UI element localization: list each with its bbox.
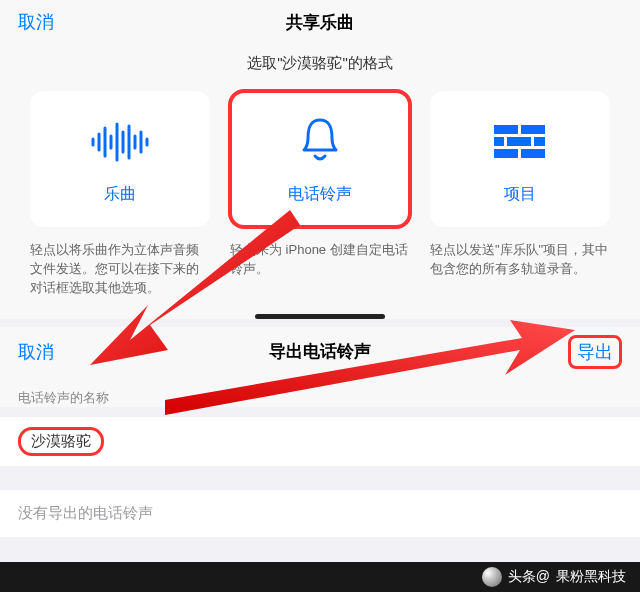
svg-rect-14 [534, 137, 545, 146]
svg-rect-10 [494, 125, 518, 134]
cancel-button-2[interactable]: 取消 [18, 340, 54, 364]
footer-logo-icon [482, 567, 502, 587]
brick-icon [494, 114, 546, 170]
svg-rect-13 [507, 137, 531, 146]
svg-rect-16 [521, 149, 545, 158]
card-project-label: 项目 [504, 184, 536, 205]
card-project[interactable]: 项目 [430, 91, 610, 227]
svg-rect-11 [521, 125, 545, 134]
share-song-panel: 取消 共享乐曲 选取"沙漠骆驼"的格式 [0, 0, 640, 319]
card-song-label: 乐曲 [104, 184, 136, 205]
bell-icon [295, 114, 345, 170]
export-ringtone-panel: 取消 导出电话铃声 导出 电话铃声的名称 沙漠骆驼 没有导出的电话铃声 [0, 327, 640, 568]
export-title: 导出电话铃声 [269, 340, 371, 363]
ringtone-name-input[interactable]: 沙漠骆驼 [18, 427, 104, 456]
svg-rect-12 [494, 137, 504, 146]
header-export: 取消 导出电话铃声 导出 [0, 327, 640, 377]
cancel-button[interactable]: 取消 [18, 10, 54, 34]
export-button[interactable]: 导出 [568, 335, 622, 369]
ringtone-name-label: 电话铃声的名称 [18, 389, 622, 407]
subtitle: 选取"沙漠骆驼"的格式 [0, 40, 640, 83]
format-cards: 乐曲 电话铃声 [0, 83, 640, 241]
page-title: 共享乐曲 [286, 11, 354, 34]
ringtone-name-input-row[interactable]: 沙漠骆驼 [0, 417, 640, 466]
card-ringtone[interactable]: 电话铃声 [230, 91, 410, 227]
svg-rect-15 [494, 149, 518, 158]
attribution-footer: 头条@ 果粉黑科技 [0, 562, 640, 592]
footer-prefix: 头条@ [508, 568, 550, 586]
desc-song: 轻点以将乐曲作为立体声音频文件发送。您可以在接下来的对话框选取其他选项。 [30, 241, 210, 298]
card-ringtone-label: 电话铃声 [288, 184, 352, 205]
card-song[interactable]: 乐曲 [30, 91, 210, 227]
desc-project: 轻点以发送"库乐队"项目，其中包含您的所有多轨道录音。 [430, 241, 610, 298]
home-indicator [255, 314, 385, 319]
empty-ringtones-message: 没有导出的电话铃声 [0, 490, 640, 537]
desc-ringtone: 轻点来为 iPhone 创建自定电话铃声。 [230, 241, 410, 298]
card-descriptions: 轻点以将乐曲作为立体声音频文件发送。您可以在接下来的对话框选取其他选项。 轻点来… [0, 241, 640, 308]
header-share: 取消 共享乐曲 [0, 4, 640, 40]
waveform-icon [89, 114, 151, 170]
name-field-section: 电话铃声的名称 [0, 377, 640, 407]
footer-author: 果粉黑科技 [556, 568, 626, 586]
